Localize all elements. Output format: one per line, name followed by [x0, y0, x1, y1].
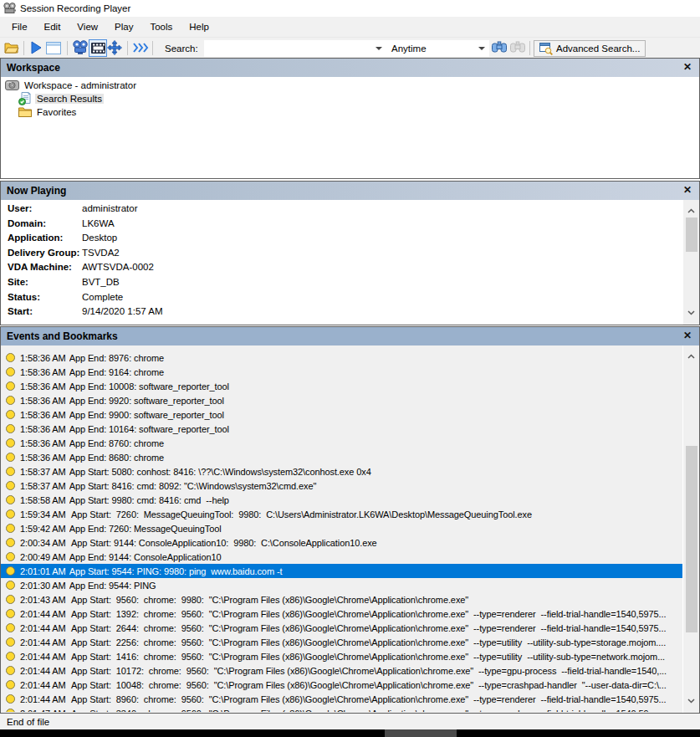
- event-bookmark-icon: [6, 694, 15, 704]
- menu-bar: File Edit View Play Tools Help: [0, 17, 700, 37]
- scroll-down-icon[interactable]: [683, 309, 699, 317]
- event-text: App End: 10008: software_reporter_tool: [69, 381, 682, 392]
- event-row[interactable]: 2:01:01 AM App Start: 9544: PING: 9980: …: [1, 564, 682, 578]
- event-row[interactable]: 1:59:42 AM App End: 7260: MessageQueuing…: [1, 521, 682, 535]
- scrollbar-thumb[interactable]: [686, 446, 697, 632]
- events-scrollbar[interactable]: [682, 345, 699, 713]
- search-results-icon: [18, 92, 32, 105]
- event-row[interactable]: 1:58:58 AM App Start: 9980: cmd: 8416: c…: [1, 493, 682, 507]
- event-row[interactable]: 2:01:44 AM App Start: 2256: chrome: 9560…: [1, 635, 682, 649]
- scroll-down-icon[interactable]: [683, 697, 699, 705]
- favorites-folder-icon: [18, 106, 32, 118]
- event-row[interactable]: 1:58:36 AM App End: 9164: chrome: [1, 365, 682, 379]
- event-row[interactable]: 1:58:36 AM App End: 8680: chrome: [1, 450, 682, 464]
- tree-item-favorites[interactable]: Favorites: [1, 105, 699, 119]
- event-bookmark-icon: [6, 538, 15, 547]
- close-icon[interactable]: ✕: [683, 185, 692, 196]
- field-value: Complete: [82, 292, 123, 302]
- event-bookmark-icon: [6, 709, 15, 712]
- event-row[interactable]: 2:01:43 AM App Start: 9560: chrome: 9980…: [1, 592, 682, 606]
- dropdown-arrow-icon[interactable]: [376, 47, 382, 50]
- search-input[interactable]: [204, 40, 386, 57]
- event-row[interactable]: 1:58:36 AM App End: 8760: chrome: [1, 436, 682, 450]
- event-row[interactable]: 1:58:36 AM App End: 8976: chrome: [1, 351, 682, 365]
- menu-item[interactable]: Tools: [141, 22, 181, 32]
- tree-item-label: Search Results: [35, 94, 104, 104]
- menu-item[interactable]: Help: [181, 22, 217, 32]
- event-row[interactable]: 2:01:44 AM App Start: 1416: chrome: 9560…: [1, 649, 682, 663]
- now-playing-field: Delivery Group: TSVDA2: [1, 248, 699, 263]
- title-bar: Session Recording Player: [0, 0, 700, 17]
- event-text: App Start: 2644: chrome: 9560: "C:\Progr…: [69, 623, 682, 633]
- window-title: Session Recording Player: [20, 3, 130, 13]
- event-bookmark-icon: [6, 595, 15, 604]
- event-row[interactable]: 2:01:44 AM App Start: 1392: chrome: 9560…: [1, 606, 682, 621]
- time-filter-dropdown[interactable]: Anytime: [386, 40, 489, 57]
- preview-window-icon[interactable]: [46, 42, 61, 54]
- workspace-root-node[interactable]: Workspace - administrator: [1, 79, 699, 92]
- event-text: App Start: 2256: chrome: 9560: "C:\Progr…: [69, 637, 682, 647]
- events-panel: Events and Bookmarks ✕ 1:58:36 AM App En…: [0, 326, 700, 714]
- advanced-search-button[interactable]: Advanced Search...: [534, 40, 646, 57]
- event-row[interactable]: 2:01:44 AM App Start: 10048: chrome: 956…: [1, 678, 682, 692]
- event-time: 2:01:47 AM: [20, 709, 66, 713]
- events-panel-title: Events and Bookmarks: [7, 330, 118, 342]
- event-time: 2:01:01 AM: [20, 566, 66, 576]
- pan-move-icon[interactable]: [107, 40, 122, 55]
- event-row[interactable]: 1:58:36 AM App End: 9920: software_repor…: [1, 393, 682, 407]
- play-button-icon[interactable]: [31, 41, 42, 54]
- event-row[interactable]: 1:58:37 AM App Start: 5080: conhost: 841…: [1, 464, 682, 479]
- close-icon[interactable]: ✕: [683, 62, 692, 73]
- event-row[interactable]: 1:59:34 AM App Start: 7260: MessageQueui…: [1, 507, 682, 521]
- advanced-search-label: Advanced Search...: [556, 44, 640, 54]
- tree-item-search-results[interactable]: Search Results: [1, 92, 699, 105]
- field-label: Start:: [8, 306, 33, 316]
- event-row[interactable]: 1:58:37 AM App Start: 8416: cmd: 8092: "…: [1, 479, 682, 493]
- find-next-icon[interactable]: [492, 41, 507, 54]
- find-previous-icon-disabled[interactable]: [510, 41, 525, 54]
- event-time: 1:58:36 AM: [20, 453, 66, 463]
- event-bookmark-icon: [6, 467, 15, 476]
- event-row[interactable]: 2:01:44 AM App Start: 2644: chrome: 9560…: [1, 621, 682, 635]
- event-bookmark-icon: [6, 652, 15, 661]
- event-bookmark-icon: [6, 396, 15, 405]
- event-row[interactable]: 1:58:36 AM App End: 9900: software_repor…: [1, 407, 682, 422]
- open-file-icon[interactable]: [4, 41, 19, 54]
- now-playing-field: Application: Desktop: [1, 233, 699, 248]
- status-text: End of file: [7, 717, 49, 727]
- scroll-up-icon[interactable]: [683, 352, 699, 361]
- event-row[interactable]: 2:01:30 AM App End: 9544: PING: [1, 578, 682, 592]
- close-icon[interactable]: ✕: [683, 330, 692, 341]
- menu-item[interactable]: Edit: [36, 22, 69, 32]
- event-row[interactable]: 1:58:36 AM App End: 10008: software_repo…: [1, 379, 682, 393]
- event-text: App Start: 3340: chrome: 9560: "C:\Progr…: [69, 709, 682, 713]
- status-bar: End of file: [0, 714, 700, 729]
- event-row[interactable]: 2:01:47 AM App Start: 3340: chrome: 9560…: [1, 706, 682, 712]
- menu-item[interactable]: File: [3, 22, 36, 32]
- now-playing-scrollbar[interactable]: [682, 200, 699, 325]
- event-row[interactable]: 2:00:34 AM App Start: 9144: ConsoleAppli…: [1, 535, 682, 550]
- more-options-chevrons-icon[interactable]: [133, 43, 150, 53]
- event-time: 1:58:58 AM: [20, 495, 66, 505]
- event-row[interactable]: 2:01:44 AM App Start: 8960: chrome: 9560…: [1, 692, 682, 706]
- menu-item[interactable]: Play: [106, 22, 141, 32]
- dropdown-arrow-icon[interactable]: [478, 47, 485, 50]
- scrollbar-thumb[interactable]: [686, 218, 697, 252]
- event-text: App Start: 5080: conhost: 8416: \??\C:\W…: [69, 467, 682, 477]
- event-time: 2:01:44 AM: [20, 680, 66, 690]
- now-playing-panel-title: Now Playing: [7, 185, 66, 197]
- event-bookmark-icon: [6, 424, 15, 433]
- menu-item[interactable]: View: [69, 22, 106, 32]
- advanced-search-icon: [539, 43, 553, 55]
- event-time: 1:58:36 AM: [20, 367, 66, 377]
- event-row[interactable]: 2:01:44 AM App Start: 10172: chrome: 956…: [1, 663, 682, 678]
- event-row[interactable]: 2:00:49 AM App End: 9144: ConsoleApplica…: [1, 550, 682, 564]
- scroll-up-icon[interactable]: [683, 207, 699, 215]
- event-text: App Start: 10048: chrome: 9560: "C:\Prog…: [69, 680, 682, 690]
- event-row[interactable]: 1:58:36 AM App End: 10164: software_repo…: [1, 422, 682, 436]
- event-text: App End: 10164: software_reporter_tool: [69, 424, 682, 434]
- event-text: App Start: 1416: chrome: 9560: "C:\Progr…: [69, 652, 682, 662]
- projector-icon[interactable]: [73, 40, 88, 55]
- field-label: Status:: [8, 292, 40, 302]
- filmstrip-view-button[interactable]: [89, 39, 107, 57]
